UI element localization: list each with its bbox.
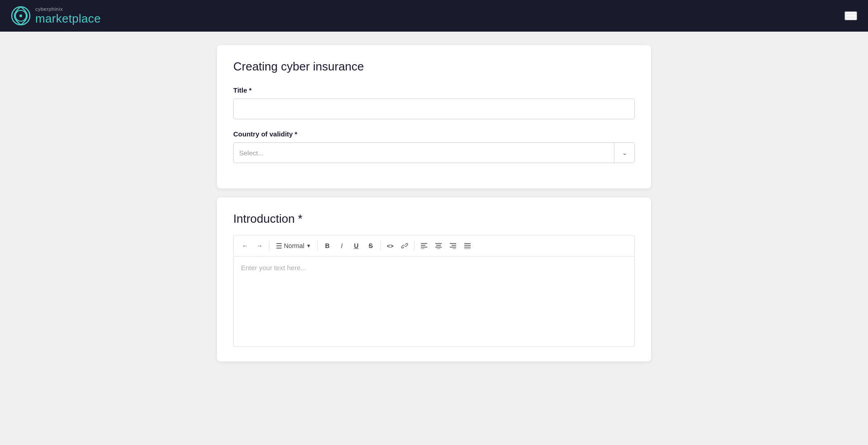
toolbar-divider-1 — [269, 241, 269, 251]
country-field-group: Country of validity * Select... ⌄ — [233, 130, 635, 163]
country-label: Country of validity * — [233, 130, 635, 138]
align-justify-icon — [464, 243, 471, 249]
country-required-marker: * — [295, 130, 297, 138]
link-button[interactable] — [398, 239, 411, 253]
title-input[interactable] — [233, 98, 635, 119]
introduction-title: Introduction * — [233, 212, 635, 226]
page-title: Creating cyber insurance — [233, 60, 635, 74]
align-center-icon — [435, 243, 442, 249]
editor-placeholder: Enter your text here... — [241, 264, 306, 272]
menu-button[interactable] — [844, 11, 857, 20]
undo-button[interactable]: ← — [238, 239, 252, 253]
format-select-button[interactable]: ☰ Normal ▼ — [272, 240, 315, 252]
country-select-wrapper: Select... ⌄ — [233, 142, 635, 163]
title-label: Title * — [233, 86, 635, 94]
brand-logo-area: cyberphinix marketplace — [11, 6, 101, 26]
format-icon: ☰ — [276, 242, 282, 250]
toolbar-divider-3 — [380, 241, 381, 251]
align-justify-button[interactable] — [461, 239, 474, 253]
navbar: cyberphinix marketplace — [0, 0, 868, 32]
align-right-button[interactable] — [446, 239, 460, 253]
hamburger-line-1 — [845, 12, 856, 13]
title-required-marker: * — [249, 86, 252, 94]
align-center-button[interactable] — [432, 239, 445, 253]
toolbar-divider-4 — [414, 241, 415, 251]
introduction-editor[interactable]: Enter your text here... — [233, 257, 635, 347]
redo-button[interactable]: → — [253, 239, 266, 253]
editor-toolbar: ← → ☰ Normal ▼ B I U S <> — [233, 235, 635, 257]
brand-text: cyberphinix marketplace — [35, 6, 101, 26]
strikethrough-button[interactable]: S — [364, 239, 377, 253]
align-left-button[interactable] — [417, 239, 431, 253]
italic-button[interactable]: I — [335, 239, 349, 253]
introduction-card: Introduction * ← → ☰ Normal ▼ B I U — [217, 197, 651, 361]
link-icon — [401, 242, 408, 249]
format-chevron-icon: ▼ — [306, 243, 311, 248]
intro-required-marker: * — [298, 212, 302, 225]
form-card: Creating cyber insurance Title * Country… — [217, 45, 651, 188]
underline-button[interactable]: U — [349, 239, 363, 253]
brand-prefix: cyberphinix — [35, 6, 101, 12]
main-content: Creating cyber insurance Title * Country… — [208, 32, 660, 384]
align-left-icon — [420, 243, 428, 249]
brand-logo-icon — [11, 6, 31, 26]
title-field-group: Title * — [233, 86, 635, 119]
country-select[interactable]: Select... — [233, 142, 635, 163]
toolbar-divider-2 — [317, 241, 318, 251]
align-right-icon — [449, 243, 457, 249]
svg-point-2 — [19, 14, 22, 17]
hamburger-line-2 — [845, 15, 856, 16]
format-label: Normal — [284, 242, 304, 249]
brand-name: marketplace — [35, 12, 101, 26]
bold-button[interactable]: B — [321, 239, 334, 253]
code-button[interactable]: <> — [383, 239, 397, 253]
hamburger-line-3 — [845, 19, 856, 19]
